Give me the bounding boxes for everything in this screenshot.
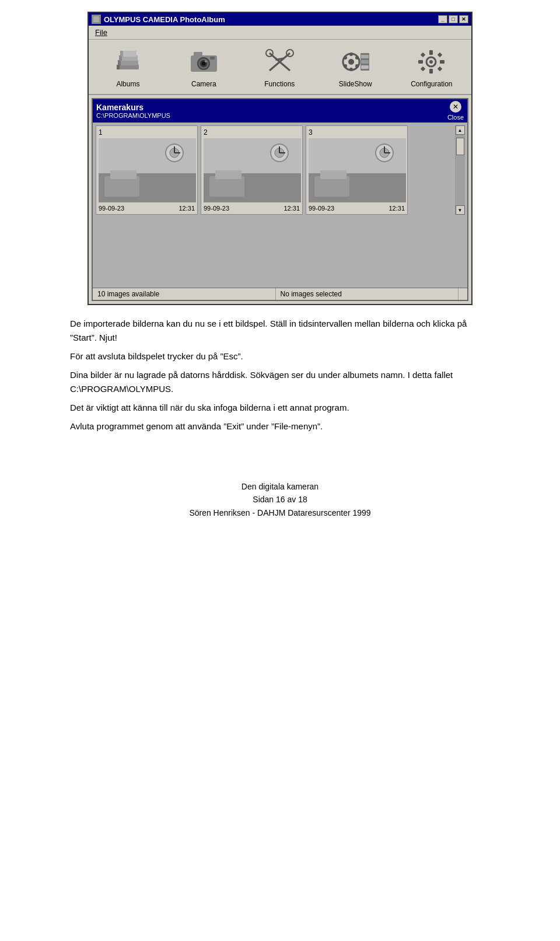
functions-icon [262, 46, 297, 78]
close-button[interactable]: ✕ [459, 15, 468, 23]
svg-rect-32 [361, 60, 369, 64]
svg-rect-36 [429, 50, 433, 55]
scroll-up-button[interactable]: ▲ [456, 125, 465, 135]
album-window: Kamerakurs C:\PROGRAM\OLYMPUS ✕ Close 1 [92, 98, 468, 301]
albums-label: Albums [116, 80, 139, 88]
image-thumb-1 [99, 138, 196, 202]
svg-rect-42 [421, 66, 425, 71]
image-date-1: 99-09-23 12:31 [99, 205, 195, 212]
camera-label: Camera [191, 80, 216, 88]
album-close-button[interactable]: ✕ [450, 101, 461, 113]
svg-rect-38 [418, 60, 423, 64]
title-bar: OLYMPUS CAMEDIA PhotoAlbum _ □ ✕ [89, 13, 471, 26]
camera-button[interactable]: Camera [177, 43, 230, 91]
paragraph-5: Avluta programmet genom att använda ”Exi… [70, 419, 490, 433]
svg-rect-73 [352, 182, 376, 197]
album-name: Kamerakurs [96, 103, 170, 112]
image-number-1: 1 [99, 128, 195, 137]
paragraph-2: För att avsluta bildspelet trycker du på… [70, 349, 490, 363]
file-menu[interactable]: File [92, 27, 111, 38]
app-window: OLYMPUS CAMEDIA PhotoAlbum _ □ ✕ File [88, 12, 473, 305]
image-thumb-2 [204, 138, 301, 202]
title-controls: _ □ ✕ [438, 15, 468, 23]
svg-rect-61 [209, 176, 244, 197]
image-area: 1 [93, 123, 467, 218]
paragraph-1: De importerade bilderna kan du nu se i e… [70, 317, 490, 345]
svg-point-27 [344, 64, 347, 68]
image-number-3: 3 [309, 128, 405, 137]
svg-rect-52 [110, 170, 136, 179]
svg-rect-11 [194, 52, 202, 57]
svg-rect-33 [361, 65, 369, 69]
menu-bar: File [89, 26, 471, 40]
configuration-button[interactable]: Configuration [405, 43, 458, 91]
svg-rect-71 [314, 176, 349, 197]
svg-point-25 [349, 68, 353, 71]
svg-rect-1 [93, 16, 99, 22]
album-path: C:\PROGRAM\OLYMPUS [96, 112, 170, 119]
camera-icon [186, 46, 221, 78]
image-card-3[interactable]: 3 [306, 125, 408, 215]
paragraph-3: Dina bilder är nu lagrade på datorns hår… [70, 368, 490, 396]
svg-rect-3 [118, 60, 138, 65]
close-label: Close [447, 114, 464, 121]
status-bar: 10 images available No images selected [93, 288, 467, 300]
slideshow-icon [338, 46, 373, 78]
albums-button[interactable]: Albums [102, 43, 154, 91]
footer-line-1: Den digitala kameran [0, 480, 560, 493]
scroll-track[interactable] [456, 135, 465, 205]
configuration-label: Configuration [411, 80, 452, 88]
svg-rect-63 [247, 182, 271, 197]
status-end [458, 288, 467, 300]
slideshow-label: SlideShow [339, 80, 372, 88]
footer-line-2: Sidan 16 av 18 [0, 493, 560, 506]
image-thumb-3 [309, 138, 406, 202]
image-date-3: 99-09-23 12:31 [309, 205, 405, 212]
svg-rect-72 [320, 170, 346, 179]
svg-point-26 [344, 56, 347, 60]
svg-rect-7 [118, 60, 121, 65]
app-icon [92, 15, 101, 24]
svg-point-28 [355, 56, 359, 60]
svg-rect-16 [210, 57, 215, 60]
image-card-2[interactable]: 2 [201, 125, 303, 215]
album-title-bar: Kamerakurs C:\PROGRAM\OLYMPUS ✕ Close [93, 99, 467, 123]
svg-rect-53 [142, 182, 166, 197]
svg-rect-40 [421, 52, 425, 57]
svg-point-14 [202, 62, 205, 65]
scroll-down-button[interactable]: ▼ [456, 205, 465, 215]
album-close-area: ✕ Close [447, 101, 464, 121]
svg-point-23 [348, 59, 354, 65]
svg-point-29 [355, 64, 359, 68]
svg-rect-6 [117, 65, 120, 69]
svg-rect-51 [104, 176, 139, 197]
app-title: OLYMPUS CAMEDIA PhotoAlbum [104, 15, 225, 24]
functions-label: Functions [264, 80, 295, 88]
svg-rect-31 [361, 55, 369, 58]
svg-rect-2 [117, 65, 139, 69]
minimize-button[interactable]: _ [438, 15, 447, 23]
slideshow-button[interactable]: SlideShow [329, 43, 382, 91]
svg-rect-37 [429, 69, 433, 74]
image-grid: 1 [96, 125, 455, 215]
svg-rect-62 [215, 170, 242, 179]
configuration-icon [414, 46, 449, 78]
svg-rect-41 [438, 52, 442, 57]
footer-line-3: Sören Henriksen - DAHJM Dataresurscenter… [0, 506, 560, 519]
scroll-thumb[interactable] [456, 138, 464, 155]
content-area: De importerade bilderna kan du nu se i e… [70, 317, 490, 433]
svg-point-24 [349, 53, 353, 56]
toolbar: Albums Camera [89, 40, 471, 95]
maximize-button[interactable]: □ [449, 15, 458, 23]
svg-point-15 [205, 60, 207, 62]
svg-point-35 [429, 60, 433, 64]
status-images-available: 10 images available [93, 288, 276, 300]
scrollbar[interactable]: ▲ ▼ [455, 125, 464, 215]
status-images-selected: No images selected [276, 288, 459, 300]
functions-button[interactable]: Functions [253, 43, 306, 91]
image-card-1[interactable]: 1 [96, 125, 198, 215]
footer: Den digitala kameran Sidan 16 av 18 Söre… [0, 480, 560, 531]
title-bar-left: OLYMPUS CAMEDIA PhotoAlbum [92, 15, 225, 24]
album-empty-area [93, 218, 467, 288]
image-number-2: 2 [204, 128, 300, 137]
